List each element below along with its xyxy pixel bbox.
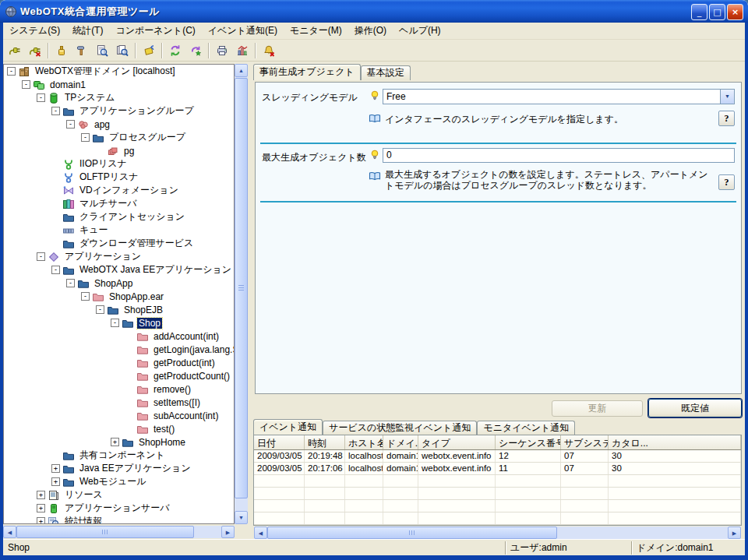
expand-icon[interactable]: + [51, 477, 60, 486]
column-header[interactable]: 時刻 [305, 435, 345, 449]
collapse-icon[interactable]: - [7, 67, 16, 76]
tree-item[interactable]: addAccount(int) [4, 329, 234, 343]
collapse-icon[interactable]: - [111, 319, 119, 327]
collapse-icon[interactable]: - [37, 252, 45, 261]
tree-item[interactable]: マルチサーバ [4, 197, 234, 210]
scroll-right-arrow[interactable]: ▶ [728, 527, 741, 539]
tab-monitor-event-notification[interactable]: モニタイベント通知 [477, 421, 575, 435]
scroll-down-arrow[interactable]: ▼ [235, 511, 248, 524]
collapse-icon[interactable]: - [66, 120, 75, 129]
column-header[interactable]: ドメイ... [383, 435, 418, 449]
help-button[interactable]: ? [718, 111, 735, 126]
tree-item[interactable]: -Shop [4, 316, 234, 329]
tree-item[interactable]: -ShopApp.ear [4, 290, 234, 303]
menu-statistics[interactable]: 統計(T) [66, 23, 109, 39]
tree-item[interactable]: -ShopEJB [4, 303, 234, 316]
toolbar-chart-button[interactable] [233, 41, 252, 60]
tree-item[interactable]: subAccount(int) [4, 409, 234, 422]
expand-icon[interactable]: + [51, 464, 60, 473]
toolbar-printer-button[interactable] [213, 41, 231, 60]
tab-pregenerated-object[interactable]: 事前生成オブジェクト [253, 64, 361, 80]
minimize-button[interactable]: _ [691, 4, 707, 20]
tree-item[interactable]: getProductCount() [4, 369, 234, 382]
tree-item[interactable]: getProduct(int) [4, 356, 234, 369]
default-value-button[interactable]: 既定値 [648, 399, 742, 417]
tree-item[interactable]: remove() [4, 382, 234, 396]
tree-vertical-scrollbar[interactable]: ▲ ▼ [235, 64, 248, 524]
toolbar-alarm-off-button[interactable] [259, 41, 278, 60]
tree-item[interactable]: -WebOTX管理ドメイン [localhost] [4, 65, 234, 78]
table-row[interactable] [254, 512, 741, 525]
tree-item[interactable]: setItems([I) [4, 396, 234, 409]
toolbar-plug-x-button[interactable] [26, 41, 44, 60]
expand-icon[interactable]: + [111, 438, 119, 446]
column-header[interactable]: 日付 [254, 435, 305, 449]
close-button[interactable]: × [727, 4, 743, 20]
toolbar-plug-button[interactable] [5, 41, 24, 60]
table-row[interactable] [254, 500, 741, 512]
tree-item[interactable]: OLFTPリスナ [4, 171, 234, 184]
tab-event-notification[interactable]: イベント通知 [253, 419, 323, 435]
chevron-down-icon[interactable]: ▼ [720, 90, 734, 104]
table-row[interactable]: 2009/03/0520:19:48localhostdomain1webotx… [254, 450, 741, 463]
tree-item[interactable]: -プロセスグループ [4, 131, 234, 144]
max-objects-input[interactable]: 0 [383, 148, 735, 163]
tree-item[interactable]: +アプリケーションサーバ [4, 502, 234, 515]
maximize-button[interactable]: □ [709, 4, 725, 20]
table-row[interactable] [254, 488, 741, 500]
scroll-left-arrow[interactable]: ◀ [3, 526, 16, 538]
toolbar-refresh-arrows-button[interactable] [166, 41, 185, 60]
table-row[interactable]: 2009/03/0520:17:06localhostdomain1webotx… [254, 463, 741, 475]
collapse-icon[interactable]: - [37, 93, 45, 102]
expand-icon[interactable]: + [37, 504, 45, 512]
toolbar-documents-search-button[interactable] [113, 41, 132, 60]
tree-item[interactable]: -domain1 [4, 78, 234, 91]
collapse-icon[interactable]: - [51, 266, 60, 274]
scroll-thumb[interactable] [16, 526, 194, 538]
expand-icon[interactable]: + [37, 491, 45, 499]
threading-model-combobox[interactable]: Free ▼ [383, 89, 735, 104]
update-button[interactable]: 更新 [552, 400, 643, 417]
tree-item[interactable]: IIOPリスナ [4, 157, 234, 171]
collapse-icon[interactable]: - [51, 107, 60, 115]
collapse-icon[interactable]: - [22, 80, 30, 89]
tree-item[interactable]: -アプリケーション [4, 250, 234, 263]
tree-item[interactable]: pg [4, 144, 234, 157]
tree-item[interactable]: -アプリケーショングループ [4, 104, 234, 118]
tree-horizontal-scrollbar[interactable]: ◀ ▶ [3, 526, 235, 538]
scroll-up-arrow[interactable]: ▲ [235, 64, 248, 77]
tree-item[interactable]: +Webモジュール [4, 475, 234, 488]
tree-item[interactable]: ダウンローダ管理サービス [4, 237, 234, 250]
expand-icon[interactable]: + [37, 517, 45, 524]
scroll-right-arrow[interactable]: ▶ [221, 526, 235, 538]
tree-item[interactable]: +統計情報 [4, 515, 234, 524]
menu-operation[interactable]: 操作(O) [348, 23, 393, 39]
tree-item[interactable]: +Java EEアプリケーション [4, 462, 234, 475]
tree-item[interactable]: クライアントセッション [4, 210, 234, 224]
menu-event-notification[interactable]: イベント通知(E) [202, 23, 284, 39]
tree-item[interactable]: -apg [4, 118, 234, 131]
column-header[interactable]: カタロ... [609, 435, 741, 449]
tree-item[interactable]: test() [4, 422, 234, 435]
tree-item[interactable]: 共有コンポーネント [4, 449, 234, 462]
toolbar-refresh-new-button[interactable] [186, 41, 205, 60]
tree-item[interactable]: VDインフォメーション [4, 184, 234, 197]
tree-item[interactable]: +ShopHome [4, 435, 234, 449]
column-header[interactable]: タイプ [418, 435, 496, 449]
collapse-icon[interactable]: - [81, 133, 90, 142]
column-header[interactable]: シーケンス番号 [496, 435, 561, 449]
scroll-thumb[interactable] [267, 527, 557, 539]
tree-item[interactable]: -ShopApp [4, 276, 234, 290]
tree-item[interactable]: getLogin(java.lang.S [4, 343, 234, 356]
tree-item[interactable]: -TPシステム [4, 91, 234, 104]
tab-service-status-event-notification[interactable]: サービスの状態監視イベント通知 [323, 421, 477, 435]
column-header[interactable]: ホスト名 [345, 435, 383, 449]
menu-system[interactable]: システム(S) [3, 23, 66, 39]
toolbar-deploy-bag-button[interactable] [139, 41, 158, 60]
help-button[interactable]: ? [718, 174, 735, 190]
tree-item[interactable]: +リソース [4, 488, 234, 502]
menu-components[interactable]: コンポーネント(C) [109, 23, 201, 39]
collapse-icon[interactable]: - [96, 305, 104, 314]
tree-item[interactable]: キュー [4, 224, 234, 237]
scroll-thumb[interactable] [235, 78, 248, 498]
